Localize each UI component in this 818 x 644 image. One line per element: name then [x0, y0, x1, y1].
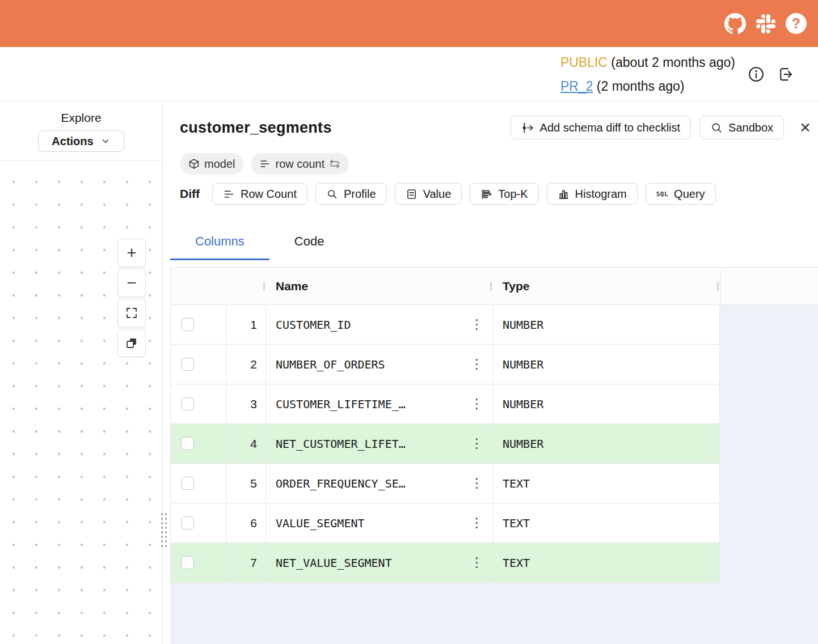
kebab-menu-icon[interactable]: ⋮: [468, 515, 486, 531]
list-icon: [259, 158, 271, 170]
table-row[interactable]: 7 NET_VALUE_SEGMENT ⋮ TEXT: [170, 543, 719, 583]
column-resize-handle[interactable]: [717, 282, 719, 291]
table-row[interactable]: 1 CUSTOMER_ID ⋮ NUMBER: [170, 305, 719, 345]
header-name: Name: [266, 268, 493, 304]
add-schema-diff-button[interactable]: Add schema diff to checklist: [511, 116, 691, 139]
row-number: 1: [226, 305, 266, 344]
copy-layout-button[interactable]: [117, 329, 146, 357]
header-filler: [720, 268, 818, 304]
zoom-out-button[interactable]: −: [117, 269, 146, 297]
sandbox-icon: [710, 121, 723, 134]
diff-label: Diff: [180, 187, 200, 201]
column-type: NUMBER: [503, 437, 543, 451]
table-header-row: Name Type: [170, 267, 818, 305]
version-meta: PUBLIC (about 2 months ago) PR_2 (2 mont…: [560, 50, 735, 98]
top-bar: ?: [0, 0, 818, 47]
explore-label: Explore: [61, 111, 101, 125]
table-row[interactable]: 3 CUSTOMER_LIFETIME_… ⋮ NUMBER: [170, 384, 719, 424]
row-number: 3: [226, 384, 266, 423]
pr-link[interactable]: PR_2: [560, 79, 593, 94]
cube-icon: [188, 158, 200, 170]
diff-row-count-button[interactable]: Row Count: [212, 183, 307, 205]
sidebar-header: Explore Actions: [0, 102, 162, 161]
slack-icon[interactable]: [756, 14, 775, 33]
kebab-menu-icon[interactable]: ⋮: [468, 396, 486, 412]
column-name: NET_CUSTOMER_LIFET…: [276, 437, 406, 451]
histogram-icon: [558, 188, 570, 200]
kebab-menu-icon[interactable]: ⋮: [468, 555, 486, 570]
diff-profile-button[interactable]: Profile: [315, 183, 387, 205]
row-checkbox[interactable]: [181, 477, 194, 490]
row-number: 5: [226, 464, 266, 503]
row-number: 7: [226, 543, 266, 582]
github-icon[interactable]: [724, 13, 746, 35]
row-number: 4: [226, 424, 266, 463]
sign-out-icon[interactable]: [777, 66, 794, 83]
help-icon[interactable]: ?: [786, 13, 807, 34]
canvas-toolbar: + −: [117, 239, 146, 359]
explore-sidebar: Explore Actions + −: [0, 102, 163, 644]
kebab-menu-icon[interactable]: ⋮: [468, 476, 486, 491]
actions-dropdown[interactable]: Actions: [38, 130, 124, 152]
column-resize-handle[interactable]: [263, 282, 265, 291]
kebab-menu-icon[interactable]: ⋮: [468, 436, 486, 451]
table-row[interactable]: 6 VALUE_SEGMENT ⋮ TEXT: [170, 503, 719, 543]
column-name: CUSTOMER_LIFETIME_…: [276, 397, 406, 411]
close-icon[interactable]: ✕: [799, 121, 811, 135]
column-type: NUMBER: [503, 318, 543, 332]
tab-code[interactable]: Code: [269, 224, 349, 260]
pr-time: (2 months ago): [593, 79, 684, 94]
fit-view-button[interactable]: [117, 299, 146, 327]
row-number: 2: [226, 345, 266, 384]
tab-columns[interactable]: Columns: [170, 224, 269, 260]
row-checkbox[interactable]: [181, 318, 194, 331]
column-type: NUMBER: [503, 358, 543, 371]
row-checkbox[interactable]: [181, 516, 194, 529]
lineage-canvas[interactable]: + −: [0, 162, 162, 644]
table-row[interactable]: 4 NET_CUSTOMER_LIFET… ⋮ NUMBER: [170, 424, 719, 464]
kebab-menu-icon[interactable]: ⋮: [468, 317, 486, 332]
diff-top-k-button[interactable]: Top-K: [470, 183, 538, 205]
row-checkbox[interactable]: [181, 437, 194, 450]
row-checkbox[interactable]: [181, 358, 194, 371]
column-type: TEXT: [503, 516, 530, 530]
value-doc-icon: [406, 188, 418, 200]
header-index-col: [226, 268, 266, 304]
row-count-tag[interactable]: row count: [251, 153, 349, 175]
profile-search-icon: [326, 188, 338, 200]
header-checkbox-col: [171, 268, 226, 304]
schema-diff-icon: [521, 121, 534, 134]
column-name: NUMBER_OF_ORDERS: [276, 358, 385, 371]
diff-query-button[interactable]: SQL Query: [646, 183, 716, 205]
sandbox-button[interactable]: Sandbox: [699, 116, 784, 139]
node-detail-panel: customer_segments Add schema diff to che…: [163, 102, 818, 644]
diff-value-button[interactable]: Value: [395, 183, 462, 205]
table-row[interactable]: 5 ORDER_FREQUENCY_SE… ⋮ TEXT: [170, 464, 719, 503]
column-type: NUMBER: [503, 397, 543, 411]
copy-icon: [125, 336, 138, 350]
panel-resize-handle[interactable]: [160, 512, 168, 547]
row-count-icon: [223, 188, 235, 200]
kebab-menu-icon[interactable]: ⋮: [468, 357, 486, 372]
sql-icon: SQL: [656, 190, 668, 198]
panel-tabs: Columns Code: [170, 224, 349, 260]
fit-view-icon: [125, 306, 138, 320]
chevron-down-icon: [100, 136, 111, 146]
top-k-icon: [480, 188, 492, 200]
header-type: Type: [493, 268, 720, 304]
info-icon[interactable]: [748, 66, 765, 83]
column-name: ORDER_FREQUENCY_SE…: [276, 477, 406, 490]
actions-label: Actions: [52, 135, 93, 148]
row-checkbox[interactable]: [181, 397, 194, 410]
column-name: VALUE_SEGMENT: [276, 516, 365, 530]
row-checkbox[interactable]: [181, 556, 194, 569]
table-row[interactable]: 2 NUMBER_OF_ORDERS ⋮ NUMBER: [170, 345, 719, 384]
diff-histogram-button[interactable]: Histogram: [547, 183, 638, 205]
column-name: NET_VALUE_SEGMENT: [276, 556, 392, 570]
public-label: PUBLIC: [560, 55, 608, 70]
row-number: 6: [226, 503, 266, 543]
column-type: TEXT: [503, 556, 530, 570]
public-time: (about 2 months ago): [608, 55, 735, 70]
zoom-in-button[interactable]: +: [117, 239, 146, 267]
column-resize-handle[interactable]: [490, 282, 492, 291]
